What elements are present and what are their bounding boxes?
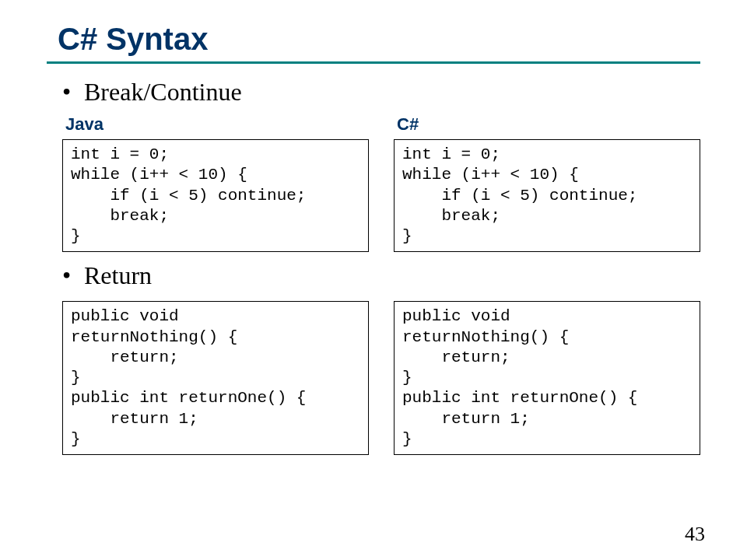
code-return-csharp: public void returnNothing() { return; } … [394,301,700,455]
code-return-java: public void returnNothing() { return; } … [62,301,369,455]
slide-title: C# Syntax [58,22,700,57]
bullet-return: • Return [62,261,700,290]
label-java: Java [65,114,369,135]
bullet-dot-icon: • [62,78,84,107]
page-number: 43 [685,523,705,546]
bullet-break-continue: • Break/Continue [62,78,700,107]
bullet-text: Break/Continue [84,78,242,107]
slide: C# Syntax • Break/Continue Java int i = … [0,0,747,560]
break-java-col: Java int i = 0; while (i++ < 10) { if (i… [62,113,369,252]
break-csharp-col: C# int i = 0; while (i++ < 10) { if (i <… [394,113,700,252]
return-java-col: public void returnNothing() { return; } … [62,301,369,455]
bullet-dot-icon: • [62,261,84,290]
return-columns: public void returnNothing() { return; } … [62,301,700,455]
label-csharp: C# [397,114,700,135]
code-break-java: int i = 0; while (i++ < 10) { if (i < 5)… [62,139,369,252]
break-continue-columns: Java int i = 0; while (i++ < 10) { if (i… [62,113,700,252]
code-break-csharp: int i = 0; while (i++ < 10) { if (i < 5)… [394,139,700,252]
bullet-text: Return [84,261,152,290]
title-divider [47,61,700,64]
return-csharp-col: public void returnNothing() { return; } … [394,301,700,455]
